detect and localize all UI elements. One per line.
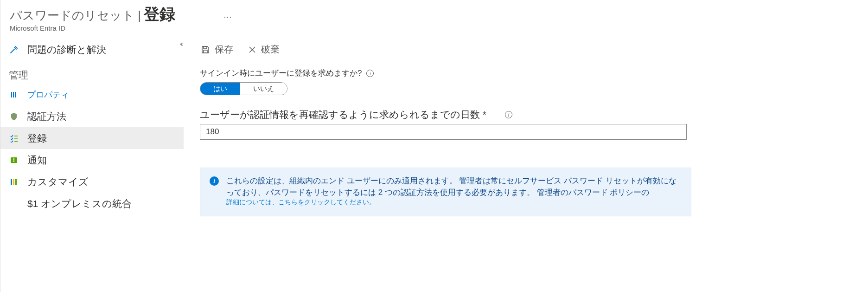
svg-rect-3 — [11, 179, 12, 185]
sidebar-item-label: 通知 — [27, 154, 47, 167]
sidebar-item-label: $1 オンプレミスの統合 — [27, 197, 132, 210]
save-button[interactable]: 保存 — [200, 41, 234, 58]
notification-icon — [9, 156, 19, 164]
days-label: ユーザーが認証情報を再確認するように求められるまでの日数 * i — [200, 108, 849, 121]
info-icon[interactable]: i — [366, 70, 374, 77]
page-header: パスワードのリセット | 登録 ⋯ Microsoft Entra ID — [0, 0, 868, 35]
toggle-no[interactable]: いいえ — [240, 83, 287, 95]
save-button-label: 保存 — [215, 43, 233, 56]
discard-button-label: 破棄 — [261, 43, 280, 56]
more-actions-button[interactable]: ⋯ — [177, 12, 232, 22]
properties-icon — [9, 91, 19, 98]
shield-icon — [9, 112, 19, 121]
save-icon — [201, 45, 210, 54]
sidebar-item-onprem[interactable]: $1 オンプレミスの統合 — [0, 193, 184, 214]
sidebar-group-manage: 管理 — [0, 60, 184, 84]
require-register-label: サインイン時にユーザーに登録を求めますか? i — [200, 68, 849, 78]
sidebar-item-properties[interactable]: プロパティ — [0, 84, 184, 105]
require-register-toggle: はい いいえ — [200, 82, 287, 95]
banner-message: これらの設定は、組織内のエンド ユーザーにのみ適用されます。 管理者は常にセルフ… — [226, 175, 682, 198]
svg-rect-4 — [13, 179, 14, 185]
sidebar-item-label: 問題の診断と解決 — [27, 43, 106, 56]
content-pane: 保存 破棄 サインイン時にユーザーに登録を求めますか? i はい いいえ ユーザ… — [184, 35, 868, 216]
sidebar-item-registration[interactable]: 登録 — [0, 127, 184, 149]
checklist-icon — [9, 134, 19, 143]
toggle-yes[interactable]: はい — [200, 83, 240, 95]
svg-rect-2 — [13, 161, 14, 162]
sidebar-item-label: 認証方法 — [27, 110, 66, 123]
close-icon — [248, 45, 256, 54]
svg-rect-6 — [204, 46, 207, 49]
toolbar: 保存 破棄 — [200, 41, 849, 68]
info-icon[interactable]: i — [505, 111, 512, 118]
sidebar: ‹‹ 問題の診断と解決 管理 プロパティ 認証方法 — [0, 35, 184, 216]
wrench-icon — [9, 45, 19, 54]
days-input[interactable] — [200, 124, 687, 140]
page-title-prefix: パスワードのリセット | — [10, 7, 141, 24]
customize-icon — [9, 178, 19, 186]
sidebar-item-notifications[interactable]: 通知 — [0, 149, 184, 171]
svg-rect-7 — [204, 50, 207, 53]
svg-rect-1 — [13, 158, 14, 161]
sidebar-item-label: カスタマイズ — [27, 175, 89, 188]
page-title-main: 登録 — [143, 4, 175, 25]
banner-link[interactable]: 詳細については、こちらをクリックしてください。 — [226, 198, 682, 207]
sidebar-item-label: 登録 — [27, 132, 47, 145]
info-banner: i これらの設定は、組織内のエンド ユーザーにのみ適用されます。 管理者は常にセ… — [200, 168, 691, 216]
discard-button[interactable]: 破棄 — [247, 41, 281, 58]
sidebar-item-customize[interactable]: カスタマイズ — [0, 171, 184, 193]
info-icon: i — [210, 176, 219, 186]
sidebar-item-auth-methods[interactable]: 認証方法 — [0, 105, 184, 127]
sidebar-item-diagnose[interactable]: 問題の診断と解決 — [0, 39, 184, 60]
sidebar-item-label: プロパティ — [27, 89, 69, 100]
page-subtitle: Microsoft Entra ID — [10, 24, 868, 32]
svg-rect-5 — [15, 179, 17, 185]
